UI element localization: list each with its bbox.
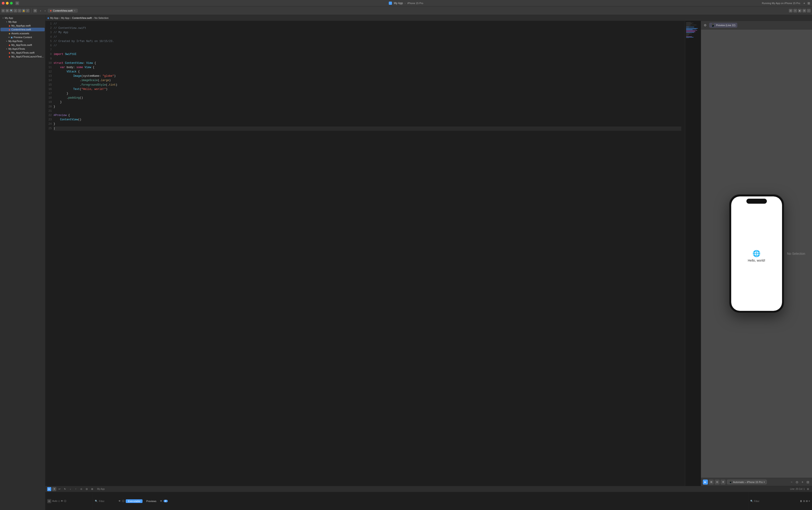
zoom-in-btn[interactable]: ＋ bbox=[800, 480, 805, 484]
status-right: Line: 25 Col: 1 ⊟ bbox=[790, 487, 810, 491]
debug-btn-5[interactable]: ⊙ bbox=[79, 487, 84, 491]
preview-settings2-btn[interactable]: ⚙ bbox=[721, 480, 725, 485]
eye-btn-2[interactable]: 👁 bbox=[118, 500, 121, 502]
swift-icon: ◆ bbox=[9, 25, 10, 27]
zoom-actual-btn[interactable]: ⊟ bbox=[806, 480, 810, 484]
toolbar-layout-btn[interactable]: ⊞ bbox=[33, 9, 37, 12]
debug-btn-7[interactable]: ⊞ bbox=[90, 487, 94, 491]
swift-icon-5: ◆ bbox=[9, 55, 10, 58]
sidebar-item-my-app-root[interactable]: ▼ My App bbox=[0, 16, 45, 20]
zoom-fit-btn[interactable]: ⊙ bbox=[795, 480, 799, 484]
preview-badge: 📱 Preview (Line 22) bbox=[709, 23, 737, 28]
auto-label: Auto ◇ bbox=[52, 500, 60, 503]
zoom-out-btn[interactable]: － bbox=[789, 480, 794, 484]
sidebar-item-ui-tests-swift[interactable]: ◆ My_AppUITests.swift bbox=[0, 51, 45, 55]
previews-tab[interactable]: Previews bbox=[144, 499, 159, 503]
sidebar-my-app-ui-tests-label: My AppUITests bbox=[8, 48, 25, 50]
tab-filename: ContentView.swift bbox=[53, 9, 72, 12]
editor-area: ◈ My App › My App › ContentView.swift › … bbox=[46, 15, 812, 510]
breadcrumb-bar: ◈ My App › My App › ContentView.swift › … bbox=[46, 15, 812, 21]
title-center: My App › iPhone 15 Pro bbox=[389, 2, 423, 5]
pause-btn[interactable]: ⏸ bbox=[52, 487, 56, 491]
executable-tab[interactable]: Executable bbox=[126, 499, 143, 503]
editor-layout-btn[interactable]: ⊟ bbox=[806, 487, 810, 491]
toolbar-btn-5[interactable]: ◇ bbox=[18, 9, 21, 12]
sidebar-item-my-app-app-swift[interactable]: ◆ My_AppApp.swift bbox=[0, 24, 45, 27]
share-btn[interactable]: ↑ bbox=[807, 9, 811, 12]
layout-btn-2[interactable]: ⊞ bbox=[806, 500, 808, 502]
toolbar-sep-1 bbox=[31, 8, 32, 13]
toolbar-btn-2[interactable]: ⊞ bbox=[5, 9, 9, 12]
debug-btn-4[interactable]: ↑ bbox=[73, 487, 78, 491]
iphone-notch bbox=[746, 199, 767, 204]
bc-my-app-2[interactable]: My App bbox=[61, 17, 69, 19]
trash-btn[interactable]: 🗑 bbox=[800, 500, 802, 502]
filter-input[interactable] bbox=[99, 500, 117, 503]
layout-btn-1[interactable]: ⊟ bbox=[803, 500, 805, 502]
close-button[interactable] bbox=[2, 2, 4, 4]
bottom-area: ⊟ Auto ◇ 👁 ⓘ 🔍 👁 ⓘ Executable Previews 👁… bbox=[46, 492, 812, 510]
filter-icon-3: 🔍 bbox=[750, 500, 753, 502]
sidebar-item-my-app-tests[interactable]: ▼ My AppTests bbox=[0, 39, 45, 43]
filter-section-left: ⊟ Auto ◇ 👁 ⓘ bbox=[46, 492, 93, 510]
layout-toggle[interactable]: ⊞ bbox=[808, 1, 810, 5]
info-btn-1[interactable]: ⓘ bbox=[64, 500, 66, 503]
swift-icon-3: ◆ bbox=[9, 44, 10, 46]
preview-grid-btn[interactable]: ⊟ bbox=[715, 480, 720, 485]
folder-icon: ▣ bbox=[11, 36, 13, 38]
eye-btn-3[interactable]: 👁 bbox=[160, 500, 162, 502]
settings-btn[interactable]: ⚙ bbox=[803, 9, 806, 12]
active-tab[interactable]: ◆ ContentView.swift ✕ bbox=[48, 9, 78, 13]
sidebar-item-ui-tests-launch[interactable]: ◆ My_AppUITestsLaunchTest... bbox=[0, 55, 45, 58]
info-btn-2[interactable]: ⓘ bbox=[122, 500, 124, 503]
add-editor-button[interactable]: + bbox=[803, 1, 805, 5]
sidebar-item-app-tests-swift[interactable]: ◆ My_AppTests.swift bbox=[0, 43, 45, 47]
nav-forward-button[interactable]: › bbox=[43, 9, 47, 13]
debug-btn-2[interactable]: ↻ bbox=[63, 487, 67, 491]
debug-btn-3[interactable]: ↓ bbox=[68, 487, 72, 491]
run-app-btn[interactable]: ▶ bbox=[47, 487, 51, 491]
preview-panel: ⚙ 📱 Preview (Line 22) bbox=[701, 21, 812, 486]
toolbar-btn-3[interactable]: 🔍 bbox=[9, 9, 13, 12]
sidebar-toggle[interactable]: ⊟ bbox=[16, 1, 19, 5]
preview-live-btn[interactable]: ▶ bbox=[703, 480, 708, 485]
device-selector[interactable]: 📱 Automatic – iPhone 15 Pro ▾ bbox=[727, 480, 767, 484]
toolbar-btn-6[interactable]: 🔒 bbox=[22, 9, 25, 12]
preview-settings-btn[interactable]: ⚙ bbox=[703, 23, 708, 27]
tab-close-icon[interactable]: ✕ bbox=[74, 9, 76, 12]
toolbar-btn-7[interactable]: ⤢ bbox=[26, 9, 30, 12]
eye-btn-1[interactable]: 👁 bbox=[61, 500, 63, 502]
sidebar-assets-label: Assets.xcassets bbox=[11, 32, 29, 35]
preview-pause-btn[interactable]: ⊞ bbox=[709, 480, 714, 485]
toolbar: ⊟ ⊞ 🔍 ⚠ ◇ 🔒 ⤢ ⊞ ‹ › ◆ ContentView.swift … bbox=[0, 6, 812, 15]
library-btn[interactable]: + bbox=[793, 9, 797, 12]
bc-my-app[interactable]: My App bbox=[50, 17, 59, 19]
debug-btn-6[interactable]: ⊟ bbox=[84, 487, 89, 491]
sidebar-item-my-app-ui-tests[interactable]: ▼ My AppUITests bbox=[0, 47, 45, 51]
sidebar-item-my-app-group[interactable]: ▼ My App bbox=[0, 20, 45, 24]
scheme-toggle[interactable]: ⊟ bbox=[1, 9, 5, 12]
globe-icon: 🌐 bbox=[753, 250, 760, 257]
layout-btn-3[interactable]: ≡ bbox=[809, 500, 810, 502]
sidebar-item-assets[interactable]: ◈ Assets.xcassets bbox=[0, 32, 45, 35]
preview-bottom-bar: ▶ ⊞ ⊟ ⚙ 📱 Automatic – iPhone 15 Pro ▾ － … bbox=[701, 478, 812, 486]
sidebar-ui-tests-label: My_AppUITests.swift bbox=[11, 51, 34, 54]
nav-back-button[interactable]: ‹ bbox=[39, 9, 42, 13]
bc-app-icon: ◈ bbox=[47, 16, 49, 20]
toolbar-btn-4[interactable]: ⚠ bbox=[13, 9, 17, 12]
minimize-button[interactable] bbox=[6, 2, 9, 4]
sidebar-item-preview-content[interactable]: ▶ ▣ Preview Content bbox=[0, 35, 45, 39]
bc-content-view[interactable]: ContentView.swift bbox=[72, 17, 92, 19]
run-btn[interactable]: ▶ bbox=[798, 9, 802, 12]
code-editor[interactable]: 12345 678910 1112131415 1617181920 21222… bbox=[46, 21, 685, 486]
status-bar: ▶ ⏸ ↩ ↻ ↓ ↑ ⊙ ⊟ ⊞ My App Line: 25 Col: 1… bbox=[46, 486, 812, 492]
filter-input-right[interactable] bbox=[754, 500, 781, 503]
swift-file-icon: ◆ bbox=[50, 9, 52, 12]
inspector-toggle[interactable]: ⊟ bbox=[789, 9, 792, 12]
sidebar-item-content-view[interactable]: ◆ ContentView.swift bbox=[0, 28, 45, 31]
filter-section-right: 🔍 🗑 ⊟ ⊞ ≡ bbox=[748, 492, 812, 510]
line-numbers: 12345 678910 1112131415 1617181920 21222… bbox=[46, 22, 54, 131]
maximize-button[interactable] bbox=[10, 2, 13, 4]
debug-btn-1[interactable]: ↩ bbox=[57, 487, 62, 491]
sidebar-my-app-tests-label: My AppTests bbox=[8, 40, 23, 42]
